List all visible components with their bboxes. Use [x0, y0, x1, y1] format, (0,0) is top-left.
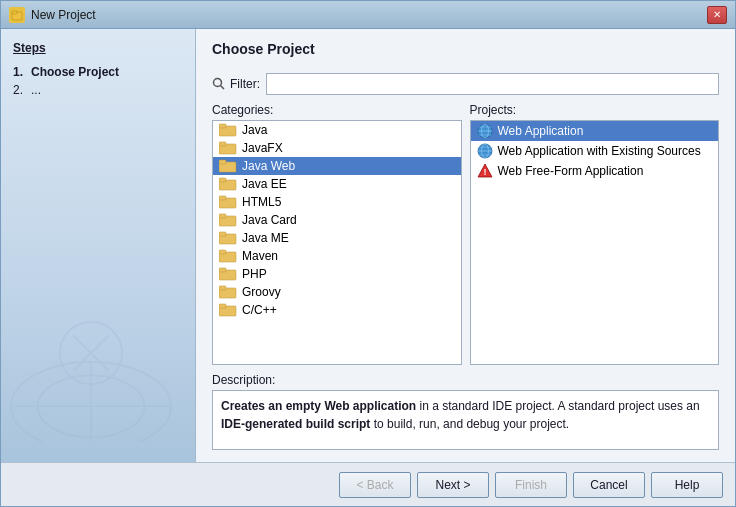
projects-panel: Projects: Web Application [470, 103, 720, 365]
new-project-window: New Project ✕ Steps 1. Choose Project 2.… [0, 0, 736, 507]
svg-line-10 [221, 86, 225, 90]
filter-label-group: Filter: [212, 77, 260, 91]
category-item-javafx[interactable]: JavaFX [213, 139, 461, 157]
category-item-javaee[interactable]: Java EE [213, 175, 461, 193]
svg-rect-28 [219, 268, 226, 272]
help-button[interactable]: Help [651, 472, 723, 498]
project-webapp-label: Web Application [498, 124, 584, 138]
project-freeform-label: Web Free-Form Application [498, 164, 644, 178]
description-label: Description: [212, 373, 719, 387]
category-item-java[interactable]: Java [213, 121, 461, 139]
description-text1: in a standard IDE project. A standard pr… [416, 399, 700, 413]
description-text2: to build, run, and debug your project. [370, 417, 569, 431]
svg-rect-32 [219, 304, 226, 308]
category-item-javacard[interactable]: Java Card [213, 211, 461, 229]
categories-list[interactable]: Java JavaFX [212, 120, 462, 365]
description-box: Creates an empty Web application in a st… [212, 390, 719, 450]
search-icon [212, 77, 226, 91]
project-item-webapp[interactable]: Web Application [471, 121, 719, 141]
category-maven: Maven [242, 249, 278, 263]
svg-rect-24 [219, 232, 226, 236]
project-existing-label: Web Application with Existing Sources [498, 144, 701, 158]
filter-row: Filter: [212, 73, 719, 95]
projects-list[interactable]: Web Application Web Application with Exi… [470, 120, 720, 365]
category-cpp: C/C++ [242, 303, 277, 317]
svg-rect-18 [219, 178, 226, 182]
category-java: Java [242, 123, 267, 137]
folder-icon-selected [219, 159, 237, 173]
category-javaweb: Java Web [242, 159, 295, 173]
category-javafx: JavaFX [242, 141, 283, 155]
window-title: New Project [31, 8, 707, 22]
project-item-freeform[interactable]: ! Web Free-Form Application [471, 161, 719, 181]
close-button[interactable]: ✕ [707, 6, 727, 24]
description-bold1: Creates an empty Web application [221, 399, 416, 413]
category-php: PHP [242, 267, 267, 281]
svg-rect-14 [219, 142, 226, 146]
category-javaee: Java EE [242, 177, 287, 191]
step-1-label: Choose Project [31, 65, 119, 79]
folder-icon [219, 141, 237, 155]
step-2-label: ... [31, 83, 41, 97]
svg-rect-22 [219, 214, 226, 218]
step-1-num: 1. [13, 65, 31, 79]
back-button[interactable]: < Back [339, 472, 411, 498]
titlebar: New Project ✕ [1, 1, 735, 29]
project-item-existing[interactable]: Web Application with Existing Sources [471, 141, 719, 161]
folder-icon [219, 285, 237, 299]
projects-label: Projects: [470, 103, 720, 117]
svg-rect-30 [219, 286, 226, 290]
folder-icon [219, 177, 237, 191]
category-groovy: Groovy [242, 285, 281, 299]
filter-text: Filter: [230, 77, 260, 91]
warning-icon: ! [477, 163, 493, 179]
svg-rect-12 [219, 124, 226, 128]
category-item-javame[interactable]: Java ME [213, 229, 461, 247]
svg-text:!: ! [483, 167, 486, 177]
folder-icon [219, 213, 237, 227]
svg-rect-16 [219, 160, 226, 164]
finish-button[interactable]: Finish [495, 472, 567, 498]
folder-icon [219, 267, 237, 281]
categories-label: Categories: [212, 103, 462, 117]
sidebar-watermark [1, 282, 191, 442]
globe-icon [477, 123, 493, 139]
folder-icon [219, 123, 237, 137]
folder-icon [219, 249, 237, 263]
folder-icon [219, 195, 237, 209]
content-area: Steps 1. Choose Project 2. ... [1, 29, 735, 462]
footer: < Back Next > Finish Cancel Help [1, 462, 735, 506]
next-button[interactable]: Next > [417, 472, 489, 498]
folder-icon [219, 231, 237, 245]
cancel-button[interactable]: Cancel [573, 472, 645, 498]
category-html5: HTML5 [242, 195, 281, 209]
svg-rect-20 [219, 196, 226, 200]
folder-icon [219, 303, 237, 317]
steps-list: 1. Choose Project 2. ... [13, 65, 183, 97]
filter-input[interactable] [266, 73, 719, 95]
panels-container: Categories: Java [212, 103, 719, 365]
globe-icon [477, 143, 493, 159]
step-2-num: 2. [13, 83, 31, 97]
category-javacard: Java Card [242, 213, 297, 227]
category-item-html5[interactable]: HTML5 [213, 193, 461, 211]
step-2: 2. ... [13, 83, 183, 97]
category-item-cpp[interactable]: C/C++ [213, 301, 461, 319]
category-item-groovy[interactable]: Groovy [213, 283, 461, 301]
app-icon [9, 7, 25, 23]
svg-point-9 [214, 79, 222, 87]
panel-title: Choose Project [212, 41, 719, 63]
svg-rect-1 [12, 11, 17, 14]
category-item-javaweb[interactable]: Java Web [213, 157, 461, 175]
step-1: 1. Choose Project [13, 65, 183, 79]
description-section: Description: Creates an empty Web applic… [212, 373, 719, 450]
sidebar: Steps 1. Choose Project 2. ... [1, 29, 196, 462]
category-javame: Java ME [242, 231, 289, 245]
categories-panel: Categories: Java [212, 103, 462, 365]
steps-heading: Steps [13, 41, 183, 55]
description-bold2: IDE-generated build script [221, 417, 370, 431]
category-item-php[interactable]: PHP [213, 265, 461, 283]
svg-rect-26 [219, 250, 226, 254]
category-item-maven[interactable]: Maven [213, 247, 461, 265]
main-panel: Choose Project Filter: Categories: [196, 29, 735, 462]
